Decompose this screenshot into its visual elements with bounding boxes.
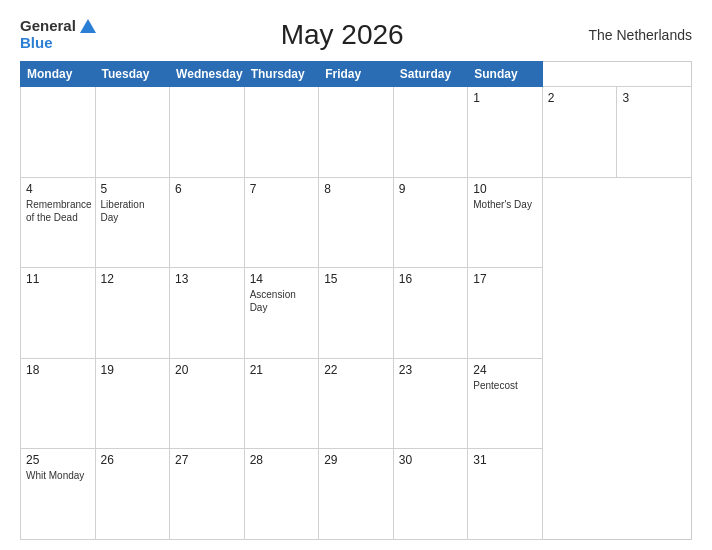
cell-w0-d0 [21,87,96,178]
day-number: 7 [250,182,314,196]
cell-w1-d1: 5Liberation Day [95,177,170,268]
week-row-1: 4Remembrance of the Dead5Liberation Day6… [21,177,692,268]
day-number: 10 [473,182,537,196]
day-number: 26 [101,453,165,467]
col-wednesday: Wednesday [170,62,245,87]
day-number: 12 [101,272,165,286]
cell-w1-d6: 10Mother's Day [468,177,543,268]
cell-w2-d2: 13 [170,268,245,359]
day-number: 1 [473,91,537,105]
cell-w4-d3: 28 [244,449,319,540]
cell-w3-d0: 18 [21,358,96,449]
page: General Blue May 2026 The Netherlands Mo… [0,0,712,550]
day-number: 19 [101,363,165,377]
day-number: 3 [622,91,686,105]
cell-w4-d4: 29 [319,449,394,540]
cell-w3-d6: 24Pentecost [468,358,543,449]
day-number: 21 [250,363,314,377]
day-number: 30 [399,453,463,467]
cell-w0-d1 [95,87,170,178]
cell-w2-d6: 17 [468,268,543,359]
day-event: Ascension Day [250,288,314,314]
day-number: 24 [473,363,537,377]
logo-triangle-icon [80,19,96,33]
cell-w0-d6: 1 [468,87,543,178]
col-sunday: Sunday [468,62,543,87]
day-number: 4 [26,182,90,196]
col-saturday: Saturday [393,62,468,87]
day-number: 9 [399,182,463,196]
day-number: 13 [175,272,239,286]
cell-w2-d3: 14Ascension Day [244,268,319,359]
week-row-4: 25Whit Monday262728293031 [21,449,692,540]
day-number: 11 [26,272,90,286]
cell-w2-d0: 11 [21,268,96,359]
week-row-2: 11121314Ascension Day151617 [21,268,692,359]
day-number: 23 [399,363,463,377]
cell-w2-d1: 12 [95,268,170,359]
cell-w4-d6: 31 [468,449,543,540]
country-label: The Netherlands [588,27,692,43]
cell-w4-d0: 25Whit Monday [21,449,96,540]
day-event: Remembrance of the Dead [26,198,90,224]
day-number: 20 [175,363,239,377]
day-number: 29 [324,453,388,467]
day-number: 5 [101,182,165,196]
cell-w0-d5 [393,87,468,178]
cell-w3-d2: 20 [170,358,245,449]
day-number: 15 [324,272,388,286]
day-event: Mother's Day [473,198,537,211]
col-monday: Monday [21,62,96,87]
cell-w2-d5: 16 [393,268,468,359]
cell-w0-d2 [170,87,245,178]
day-number: 2 [548,91,612,105]
day-number: 16 [399,272,463,286]
day-event: Liberation Day [101,198,165,224]
day-number: 6 [175,182,239,196]
day-number: 25 [26,453,90,467]
logo-blue-text: Blue [20,35,53,52]
day-number: 18 [26,363,90,377]
cell-w0-d7: 2 [542,87,617,178]
cell-w1-d2: 6 [170,177,245,268]
col-thursday: Thursday [244,62,319,87]
cell-w0-d8: 3 [617,87,692,178]
cell-w1-d4: 8 [319,177,394,268]
cell-w2-d4: 15 [319,268,394,359]
col-friday: Friday [319,62,394,87]
cell-w4-d5: 30 [393,449,468,540]
week-row-0: 123 [21,87,692,178]
day-event: Pentecost [473,379,537,392]
day-number: 17 [473,272,537,286]
col-tuesday: Tuesday [95,62,170,87]
day-number: 8 [324,182,388,196]
day-number: 22 [324,363,388,377]
cell-w3-d3: 21 [244,358,319,449]
day-event: Whit Monday [26,469,90,482]
logo: General Blue [20,18,96,51]
cell-w0-d3 [244,87,319,178]
day-number: 14 [250,272,314,286]
week-row-3: 18192021222324Pentecost [21,358,692,449]
logo-general-text: General [20,18,76,35]
calendar-body: 1234Remembrance of the Dead5Liberation D… [21,87,692,540]
header: General Blue May 2026 The Netherlands [20,18,692,51]
cell-w3-d4: 22 [319,358,394,449]
day-number: 31 [473,453,537,467]
day-number: 28 [250,453,314,467]
cell-w0-d4 [319,87,394,178]
cell-w1-d5: 9 [393,177,468,268]
calendar-table: Monday Tuesday Wednesday Thursday Friday… [20,61,692,540]
calendar-title: May 2026 [281,19,404,51]
cell-w1-d3: 7 [244,177,319,268]
cell-w1-d0: 4Remembrance of the Dead [21,177,96,268]
calendar-header-row: Monday Tuesday Wednesday Thursday Friday… [21,62,692,87]
cell-w4-d2: 27 [170,449,245,540]
cell-w3-d1: 19 [95,358,170,449]
cell-w3-d5: 23 [393,358,468,449]
cell-w4-d1: 26 [95,449,170,540]
day-number: 27 [175,453,239,467]
